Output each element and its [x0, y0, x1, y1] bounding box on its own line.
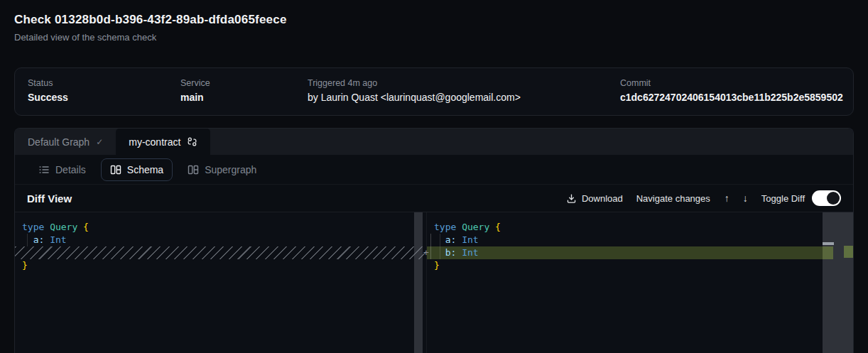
toggle-diff-label: Toggle Diff — [761, 193, 805, 204]
diff-header: Diff View Download Navigate changes ↑ ↓ … — [15, 184, 853, 212]
tab-my-contract[interactable]: my-contract — [116, 129, 210, 155]
list-icon — [38, 164, 50, 175]
meta-triggered: Triggered 4m ago by Laurin Quast <laurin… — [308, 78, 521, 103]
indent-guide — [27, 234, 28, 246]
page-subtitle: Detailed view of the schema check — [14, 32, 287, 43]
code-line: type Query { — [15, 221, 426, 234]
download-label: Download — [582, 193, 623, 204]
tab-details[interactable]: Details — [29, 158, 95, 181]
diff-controls: Download Navigate changes ↑ ↓ Toggle Dif… — [566, 190, 841, 206]
code-line: type Query { — [427, 221, 853, 234]
tab-default-graph-label: Default Graph — [28, 136, 89, 148]
left-editor-scrollbar[interactable] — [414, 212, 423, 353]
diff-view-title: Diff View — [27, 192, 72, 205]
tab-supergraph[interactable]: Supergraph — [178, 158, 266, 181]
code-line: } — [427, 259, 853, 272]
commit-value: c1dc62724702406154013cbe11b225b2e5859502 — [620, 92, 843, 103]
tab-default-graph[interactable]: Default Graph ✓ — [15, 129, 116, 155]
status-value: Success — [28, 92, 68, 103]
check-icon: ✓ — [96, 138, 103, 146]
code-line: a: Int — [15, 234, 426, 246]
indent-guide — [440, 234, 440, 259]
previous-change-button[interactable]: ↑ — [722, 192, 732, 204]
tab-my-contract-label: my-contract — [129, 136, 180, 148]
tab-schema[interactable]: Schema — [101, 158, 173, 181]
download-button[interactable]: Download — [566, 193, 623, 204]
diff-editor-original: type Query { a: Int} — [15, 212, 426, 353]
diff-line-added: b: Int — [427, 246, 823, 259]
code-line: } — [15, 259, 426, 272]
right-editor-scrollbar[interactable] — [823, 212, 853, 353]
panels-icon — [188, 164, 199, 175]
meta-commit: Commit c1dc62724702406154013cbe11b225b2e… — [620, 78, 843, 103]
schema-check-page: Check 01328b0d-b396-43f2-89ab-dfda065fee… — [0, 0, 868, 353]
editor-divider — [426, 212, 427, 353]
meta-status: Status Success — [28, 78, 68, 103]
check-meta-card: Status Success Service main Triggered 4m… — [14, 67, 854, 116]
minimap-added-line-marker — [823, 246, 833, 259]
minimap-thumb — [823, 242, 834, 245]
tab-details-label: Details — [55, 164, 86, 175]
triggered-label: Triggered 4m ago — [308, 78, 521, 88]
triggered-value: by Laurin Quast <laurinquast@googlemail.… — [308, 92, 521, 103]
navigate-changes-button[interactable]: Navigate changes — [636, 193, 710, 204]
diff-line-placeholder — [15, 246, 426, 259]
graph-tab-strip: Default Graph ✓ my-contract — [15, 129, 853, 155]
download-icon — [566, 193, 577, 204]
service-value: main — [180, 92, 210, 103]
meta-service: Service main — [180, 78, 210, 103]
status-label: Status — [28, 78, 68, 88]
code-line: a: Int — [427, 234, 853, 246]
panels-icon — [110, 164, 121, 175]
tab-schema-label: Schema — [127, 164, 163, 175]
toggle-diff-switch[interactable] — [812, 190, 841, 206]
check-detail-card: Default Graph ✓ my-contract — [14, 128, 854, 353]
toggle-diff-knob — [827, 192, 840, 205]
diff-editor: type Query { a: Int} type Query { a: Int… — [15, 212, 853, 353]
service-label: Service — [180, 78, 210, 88]
view-tab-strip: Details Schema — [15, 155, 853, 184]
tab-supergraph-label: Supergraph — [205, 164, 256, 175]
next-change-button[interactable]: ↓ — [741, 192, 750, 204]
page-title: Check 01328b0d-b396-43f2-89ab-dfda065fee… — [14, 13, 287, 27]
diff-editor-modified: type Query { a: Int b: Int} — [427, 212, 853, 353]
navigate-changes-label: Navigate changes — [636, 193, 710, 204]
overview-ruler-added-marker — [844, 246, 853, 258]
git-compare-icon — [187, 136, 197, 147]
commit-label: Commit — [620, 78, 843, 88]
page-header: Check 01328b0d-b396-43f2-89ab-dfda065fee… — [14, 13, 287, 43]
